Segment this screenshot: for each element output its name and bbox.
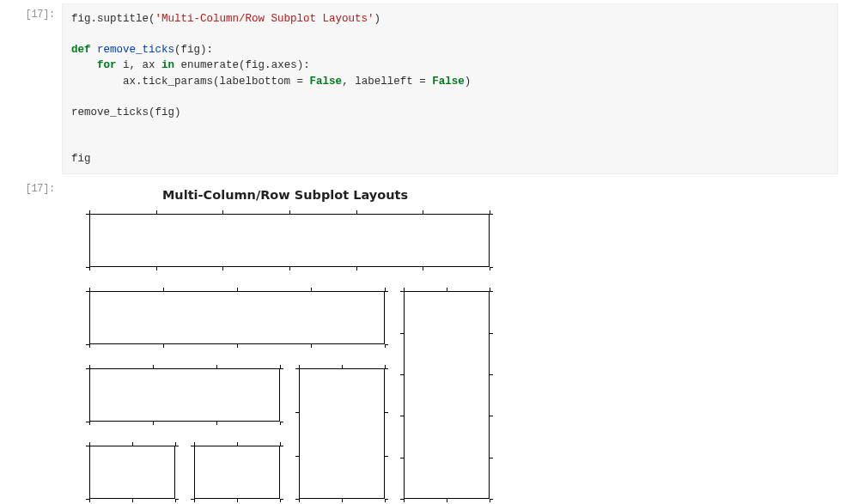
axes-frame: [89, 291, 385, 344]
tick-mark: [194, 442, 195, 446]
tick-mark: [175, 499, 179, 500]
tick-mark: [222, 267, 223, 270]
tick-mark: [423, 267, 423, 270]
tick-mark: [89, 267, 90, 270]
tick-mark: [490, 333, 493, 334]
code-token: , labelleft: [342, 76, 419, 88]
tick-mark: [280, 446, 283, 446]
tick-mark: [299, 365, 300, 368]
tick-mark: [86, 368, 89, 369]
code-token: 'Multi-Column/Row Subplot Layouts': [155, 13, 374, 25]
tick-mark: [86, 267, 89, 268]
code-token: [71, 59, 97, 71]
tick-mark: [404, 499, 405, 502]
tick-mark: [400, 333, 404, 334]
axes-frame: [89, 214, 490, 267]
subplot-ax3: [89, 446, 175, 499]
code-token: enumerate: [181, 59, 240, 71]
tick-mark: [490, 267, 493, 268]
tick-mark: [299, 499, 300, 502]
code-token: axes: [271, 59, 297, 71]
tick-mark: [295, 456, 299, 457]
figure-output: Multi-Column/Row Subplot Layouts: [62, 178, 838, 501]
tick-mark: [86, 214, 89, 215]
code-token: False: [432, 76, 465, 88]
tick-mark: [400, 499, 404, 500]
code-token: in: [161, 59, 174, 71]
tick-mark: [342, 365, 343, 368]
tick-mark: [194, 499, 195, 502]
tick-mark: [86, 422, 89, 422]
input-prompt: [17]:: [14, 3, 62, 21]
tick-mark: [86, 446, 89, 446]
tick-mark: [423, 210, 423, 214]
tick-mark: [490, 416, 493, 416]
tick-mark: [216, 422, 217, 425]
subplot-ax4: [194, 446, 280, 499]
tick-mark: [447, 499, 447, 502]
code-token: ax: [71, 76, 136, 88]
tick-mark: [156, 267, 157, 270]
code-token: .: [136, 76, 143, 88]
tick-mark: [86, 291, 89, 292]
axes-frame: [89, 368, 280, 422]
tick-mark: [385, 499, 388, 500]
code-input-area[interactable]: fig.suptitle('Multi-Column/Row Subplot L…: [62, 3, 838, 174]
tick-mark: [447, 288, 447, 291]
tick-mark: [311, 344, 312, 348]
output-cell: [17]: Multi-Column/Row Subplot Layouts: [14, 178, 838, 501]
axes-frame: [89, 446, 175, 499]
tick-mark: [237, 344, 238, 348]
tick-mark: [86, 344, 89, 345]
tick-mark: [385, 344, 388, 345]
tick-mark: [89, 210, 90, 214]
tick-mark: [89, 288, 90, 291]
tick-mark: [175, 446, 179, 446]
tick-mark: [222, 210, 223, 214]
tick-mark: [216, 365, 217, 368]
tick-mark: [280, 368, 283, 369]
tick-mark: [385, 291, 388, 292]
code-token: (: [149, 13, 155, 25]
tick-mark: [86, 499, 89, 500]
code-token: [303, 76, 310, 88]
code-token: .: [91, 13, 98, 25]
tick-mark: [490, 291, 493, 292]
tick-mark: [132, 499, 133, 502]
tick-mark: [295, 499, 299, 500]
tick-mark: [191, 499, 194, 500]
code-token: i, ax: [117, 59, 162, 71]
code-token: [91, 44, 98, 56]
tick-mark: [89, 422, 90, 425]
code-token: remove_ticks: [97, 44, 174, 56]
tick-mark: [153, 422, 154, 425]
subplot-ax5: [299, 368, 385, 499]
tick-mark: [89, 344, 90, 348]
tick-mark: [385, 456, 388, 457]
tick-mark: [295, 412, 299, 413]
code-token: remove_ticks(fig) fig: [71, 106, 181, 165]
code-token: ): [374, 13, 381, 25]
tick-mark: [400, 374, 404, 375]
tick-mark: [163, 288, 164, 291]
tick-mark: [385, 368, 388, 369]
code-token: fig: [71, 13, 91, 25]
tick-mark: [490, 499, 493, 500]
tick-mark: [404, 288, 405, 291]
tick-mark: [289, 267, 290, 270]
tick-mark: [156, 210, 157, 214]
tick-mark: [237, 442, 238, 446]
tick-mark: [400, 416, 404, 416]
code-token: =: [297, 76, 304, 88]
output-prompt: [17]:: [14, 178, 62, 195]
tick-mark: [490, 458, 493, 458]
tick-mark: [237, 499, 238, 502]
code-token: ): [465, 76, 472, 88]
tick-mark: [280, 499, 283, 500]
code-token: tick_params: [143, 76, 214, 88]
tick-mark: [356, 267, 357, 270]
tick-mark: [342, 499, 343, 502]
code-token: for: [97, 59, 117, 71]
code-token: ):: [297, 59, 310, 71]
code-token: (labelbottom: [213, 76, 297, 88]
